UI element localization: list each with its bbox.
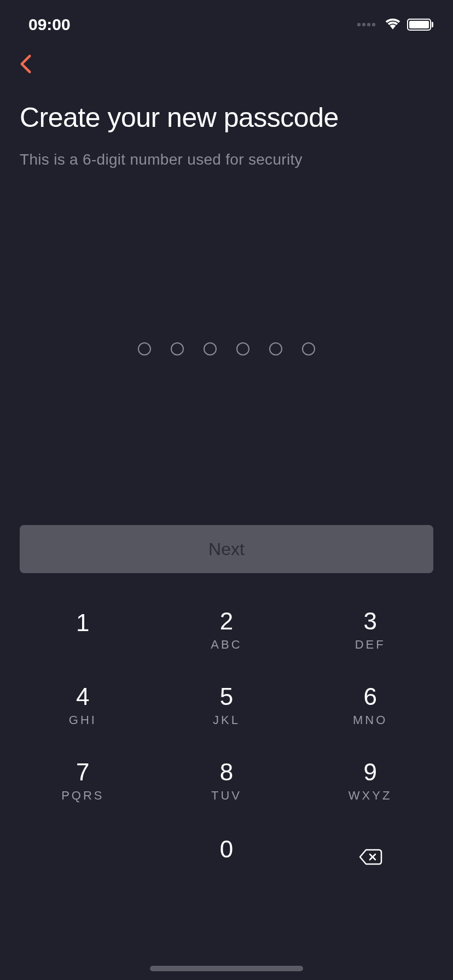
- passcode-dot: [204, 342, 217, 355]
- keypad-key-3[interactable]: 3 DEF: [305, 593, 436, 668]
- home-indicator[interactable]: [150, 966, 303, 971]
- keypad-key-5[interactable]: 5 JKL: [161, 668, 292, 744]
- key-digit: 9: [363, 760, 376, 784]
- keypad-key-2[interactable]: 2 ABC: [161, 593, 292, 668]
- numeric-keypad: 1 2 ABC 3 DEF 4 GHI 5 JKL 6 MNO 7 PQRS 8: [0, 593, 453, 895]
- passcode-dot: [269, 342, 282, 355]
- passcode-dot: [138, 342, 151, 355]
- status-icons: [357, 17, 433, 32]
- keypad-key-0[interactable]: 0: [161, 819, 292, 895]
- key-letters: PQRS: [61, 789, 104, 803]
- passcode-dot: [302, 342, 315, 355]
- page-header: Create your new passcode This is a 6-dig…: [0, 77, 453, 168]
- keypad-key-8[interactable]: 8 TUV: [161, 744, 292, 819]
- key-letters: TUV: [211, 789, 242, 803]
- page-title: Create your new passcode: [20, 102, 433, 133]
- key-digit: 5: [220, 685, 233, 709]
- key-letters: DEF: [355, 638, 386, 652]
- key-digit: 1: [76, 611, 89, 635]
- passcode-dot: [236, 342, 249, 355]
- page-subtitle: This is a 6-digit number used for securi…: [20, 151, 433, 168]
- key-digit: 0: [220, 837, 233, 861]
- back-button[interactable]: [0, 38, 453, 77]
- passcode-indicator: [0, 342, 453, 355]
- keypad-key-9[interactable]: 9 WXYZ: [305, 744, 436, 819]
- key-letters: ABC: [211, 638, 242, 652]
- keypad-key-6[interactable]: 6 MNO: [305, 668, 436, 744]
- key-digit: 2: [220, 609, 233, 633]
- key-letters: MNO: [353, 713, 387, 727]
- next-button[interactable]: Next: [20, 525, 433, 573]
- battery-icon: [407, 19, 433, 31]
- keypad-empty: [17, 819, 148, 895]
- key-digit: 6: [363, 685, 376, 709]
- key-digit: 7: [76, 760, 89, 784]
- passcode-dot: [171, 342, 184, 355]
- wifi-icon: [384, 17, 402, 32]
- key-digit: 8: [220, 760, 233, 784]
- signal-strength-icon: [357, 23, 375, 26]
- keypad-backspace[interactable]: [305, 819, 436, 895]
- chevron-left-icon: [20, 54, 32, 74]
- key-digit: 4: [76, 685, 89, 709]
- key-letters: GHI: [69, 713, 97, 727]
- key-digit: 3: [363, 609, 376, 633]
- status-bar: 09:00: [0, 0, 453, 38]
- keypad-key-7[interactable]: 7 PQRS: [17, 744, 148, 819]
- keypad-key-4[interactable]: 4 GHI: [17, 668, 148, 744]
- keypad-key-1[interactable]: 1: [17, 593, 148, 668]
- backspace-icon: [358, 848, 382, 866]
- status-time: 09:00: [28, 15, 71, 34]
- key-letters: WXYZ: [349, 789, 392, 803]
- key-letters: JKL: [213, 713, 240, 727]
